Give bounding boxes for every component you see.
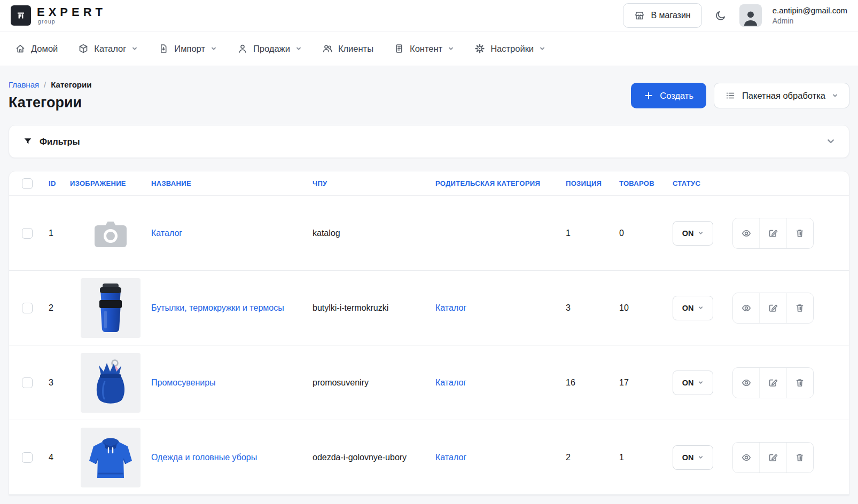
cell-slug: katalog xyxy=(313,229,435,238)
home-icon xyxy=(15,43,26,54)
camera-placeholder-icon xyxy=(93,218,128,248)
pencil-icon xyxy=(768,452,778,463)
column-header-parent[interactable]: РОДИТЕЛЬСКАЯ КАТЕГОРИЯ xyxy=(435,179,566,187)
nav-label-sales: Продажи xyxy=(253,44,290,54)
filter-funnel-icon xyxy=(23,137,33,146)
cell-id: 2 xyxy=(44,303,70,313)
create-button-label: Создать xyxy=(660,91,693,101)
gear-icon xyxy=(474,43,485,54)
filters-expand-chevron-icon[interactable] xyxy=(826,137,835,146)
store-button[interactable]: В магазин xyxy=(623,3,701,28)
user-silhouette-icon xyxy=(742,9,760,27)
nav-item-sales[interactable]: Продажи xyxy=(237,43,302,54)
storefront-icon xyxy=(634,10,645,21)
brand-title: EXPERT xyxy=(37,6,106,18)
status-select[interactable]: ON xyxy=(673,371,713,395)
nav-item-content[interactable]: Контент xyxy=(394,43,454,54)
row-checkbox[interactable] xyxy=(22,303,33,313)
chevron-down-icon xyxy=(832,92,838,99)
avatar[interactable] xyxy=(739,4,762,27)
people-icon xyxy=(322,43,333,54)
user-role: Admin xyxy=(773,16,847,26)
filters-panel[interactable]: Фильтры xyxy=(9,125,849,158)
column-header-position[interactable]: ПОЗИЦИЯ xyxy=(566,179,619,187)
category-name-link[interactable]: Промосувениры xyxy=(151,378,216,387)
pencil-icon xyxy=(768,303,778,313)
table-row: 2 xyxy=(9,271,849,345)
brand-logo[interactable]: EXPERT group xyxy=(11,5,106,26)
delete-button[interactable] xyxy=(786,293,813,323)
chevron-down-icon xyxy=(698,454,704,460)
create-button[interactable]: Создать xyxy=(631,83,706,108)
parent-category-link[interactable]: Каталог xyxy=(435,453,466,462)
gift-pouch-image xyxy=(81,353,141,413)
column-header-slug[interactable]: ЧПУ xyxy=(313,179,435,187)
category-name-link[interactable]: Бутылки, термокружки и термосы xyxy=(151,303,284,312)
breadcrumb-home-link[interactable]: Главная xyxy=(9,80,39,89)
select-all-checkbox[interactable] xyxy=(22,178,33,189)
nav-item-settings[interactable]: Настройки xyxy=(474,43,545,54)
top-header: EXPERT group В магазин xyxy=(0,0,858,31)
cell-products: 17 xyxy=(619,378,673,388)
delete-button[interactable] xyxy=(786,218,813,248)
theme-toggle-button[interactable] xyxy=(713,7,729,23)
nav-item-import[interactable]: Импорт xyxy=(158,43,217,54)
nav-item-clients[interactable]: Клиенты xyxy=(322,43,373,54)
batch-actions-button[interactable]: Пакетная обработка xyxy=(714,83,849,108)
row-checkbox[interactable] xyxy=(22,228,33,239)
eye-icon xyxy=(741,377,752,388)
cell-position: 3 xyxy=(566,303,619,313)
column-header-products[interactable]: ТОВАРОВ xyxy=(619,179,673,187)
nav-item-catalog[interactable]: Каталог xyxy=(78,43,138,54)
page-title: Категории xyxy=(9,94,91,111)
category-name-link[interactable]: Одежда и головные уборы xyxy=(151,453,257,462)
column-header-status[interactable]: СТАТУС xyxy=(673,179,732,187)
parent-category-link[interactable]: Каталог xyxy=(435,378,466,387)
row-checkbox[interactable] xyxy=(22,452,33,463)
chevron-down-icon xyxy=(698,230,704,236)
cell-products: 1 xyxy=(619,453,673,462)
column-header-name[interactable]: НАЗВАНИЕ xyxy=(151,179,313,187)
edit-button[interactable] xyxy=(759,368,786,398)
thermo-mug-image xyxy=(81,278,141,338)
import-file-icon xyxy=(158,43,169,54)
row-checkbox[interactable] xyxy=(22,377,33,388)
status-value: ON xyxy=(682,453,694,462)
view-button[interactable] xyxy=(733,443,759,472)
status-select[interactable]: ON xyxy=(673,296,713,320)
main-nav: Домой Каталог Импорт Продажи xyxy=(0,31,858,66)
delete-button[interactable] xyxy=(786,368,813,398)
eye-icon xyxy=(741,303,752,313)
column-header-id[interactable]: ID xyxy=(44,179,70,187)
category-image xyxy=(81,353,141,413)
trash-icon xyxy=(794,228,805,239)
row-actions-group xyxy=(732,367,814,398)
user-email: e.antipin@gmail.com xyxy=(773,5,847,16)
nav-label-settings: Настройки xyxy=(490,44,534,54)
status-select[interactable]: ON xyxy=(673,221,713,246)
edit-button[interactable] xyxy=(759,218,786,248)
parent-category-link[interactable]: Каталог xyxy=(435,303,466,312)
breadcrumb-separator: / xyxy=(44,80,46,89)
trash-icon xyxy=(794,377,805,388)
status-select[interactable]: ON xyxy=(673,445,713,470)
column-header-image[interactable]: ИЗОБРАЖЕНИЕ xyxy=(70,179,151,187)
nav-item-home[interactable]: Домой xyxy=(15,43,58,54)
view-button[interactable] xyxy=(733,218,759,248)
nav-label-content: Контент xyxy=(410,44,442,54)
cell-products: 0 xyxy=(619,229,673,238)
chevron-down-icon xyxy=(210,45,217,52)
edit-button[interactable] xyxy=(759,443,786,472)
view-button[interactable] xyxy=(733,293,759,323)
eye-icon xyxy=(741,228,752,239)
cell-id: 3 xyxy=(44,378,70,388)
cell-position: 16 xyxy=(566,378,619,388)
trash-icon xyxy=(794,452,805,463)
table-row: 4 Одежда и головные убор xyxy=(9,420,849,495)
edit-button[interactable] xyxy=(759,293,786,323)
view-button[interactable] xyxy=(733,368,759,398)
category-name-link[interactable]: Каталог xyxy=(151,229,182,238)
delete-button[interactable] xyxy=(786,443,813,472)
category-image xyxy=(81,428,141,487)
chevron-down-icon xyxy=(539,45,545,52)
